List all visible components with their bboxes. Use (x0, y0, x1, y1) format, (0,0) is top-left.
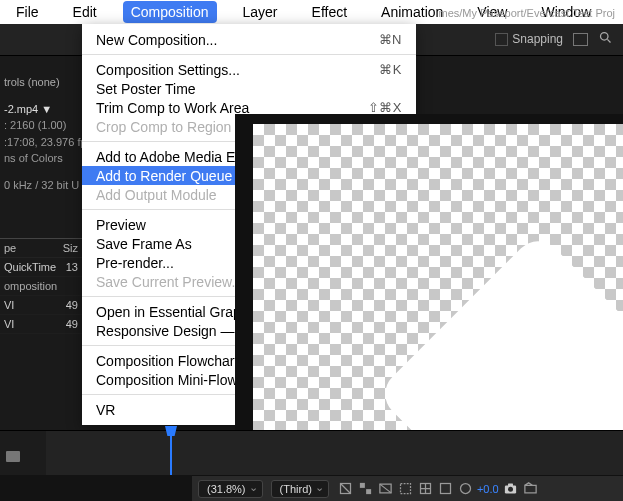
breadcrumb-path: mes/My Passport/Evercast Test Proj (439, 7, 615, 19)
menu-edit[interactable]: Edit (65, 1, 105, 23)
effect-controls-panel: trols (none) -2.mp4 ▼ : 2160 (1.00) :17:… (0, 56, 82, 193)
project-row[interactable]: VI49 (0, 296, 82, 315)
menu-item-shortcut: ⇧⌘X (368, 100, 402, 115)
menu-item-label: Set Poster Time (96, 81, 402, 97)
playhead[interactable] (170, 431, 172, 475)
snapping-toggle[interactable]: Snapping (495, 32, 563, 46)
resolution-dropdown[interactable]: (Third) (271, 480, 329, 498)
timeline-panel[interactable] (0, 430, 623, 475)
snap-options-icon[interactable] (573, 33, 588, 46)
svg-point-3 (601, 33, 609, 41)
composition-viewer[interactable] (235, 114, 623, 462)
project-panel: peSiz QuickTime13 omposition VI49 VI49 (0, 228, 82, 334)
menu-separator (82, 54, 416, 55)
reset-exposure-icon[interactable] (457, 480, 474, 497)
menu-item[interactable]: Composition Settings...⌘K (82, 60, 416, 79)
svg-rect-10 (440, 484, 450, 494)
svg-rect-15 (525, 485, 536, 493)
svg-rect-14 (508, 484, 513, 487)
menu-effect[interactable]: Effect (304, 1, 356, 23)
menu-help[interactable]: Help (617, 1, 623, 23)
search-icon[interactable] (598, 30, 613, 48)
svg-rect-6 (366, 489, 371, 494)
transparency-grid-icon[interactable] (357, 480, 374, 497)
svg-rect-5 (360, 483, 365, 488)
mask-icon[interactable] (377, 480, 394, 497)
guides-icon[interactable] (417, 480, 434, 497)
fast-preview-icon[interactable] (337, 480, 354, 497)
channel-icon[interactable] (437, 480, 454, 497)
svg-rect-8 (400, 484, 410, 494)
show-snapshot-icon[interactable] (522, 480, 539, 497)
svg-point-11 (460, 484, 470, 494)
svg-point-13 (508, 487, 513, 492)
zoom-dropdown[interactable]: (31.8%) (198, 480, 263, 498)
region-icon[interactable] (397, 480, 414, 497)
menu-item[interactable]: Set Poster Time (82, 79, 416, 98)
viewer-bottom-bar: (31.8%) (Third) +0.0 (192, 475, 623, 501)
menu-item-label: Composition Settings... (96, 62, 379, 78)
folder-icon[interactable] (6, 451, 20, 462)
menu-item-shortcut: ⌘N (379, 32, 402, 47)
exposure-value[interactable]: +0.0 (477, 483, 499, 495)
menu-item[interactable]: New Composition...⌘N (82, 30, 416, 49)
project-row[interactable]: QuickTime13 (0, 258, 82, 277)
menu-item-shortcut: ⌘K (379, 62, 402, 77)
snapshot-icon[interactable] (502, 480, 519, 497)
menu-layer[interactable]: Layer (235, 1, 286, 23)
timeline-track[interactable] (46, 431, 623, 475)
project-row[interactable]: omposition (0, 277, 82, 296)
project-row[interactable]: VI49 (0, 315, 82, 334)
menu-file[interactable]: File (8, 1, 47, 23)
menu-composition[interactable]: Composition (123, 1, 217, 23)
panel-gap (0, 475, 192, 501)
menu-item-label: New Composition... (96, 32, 379, 48)
